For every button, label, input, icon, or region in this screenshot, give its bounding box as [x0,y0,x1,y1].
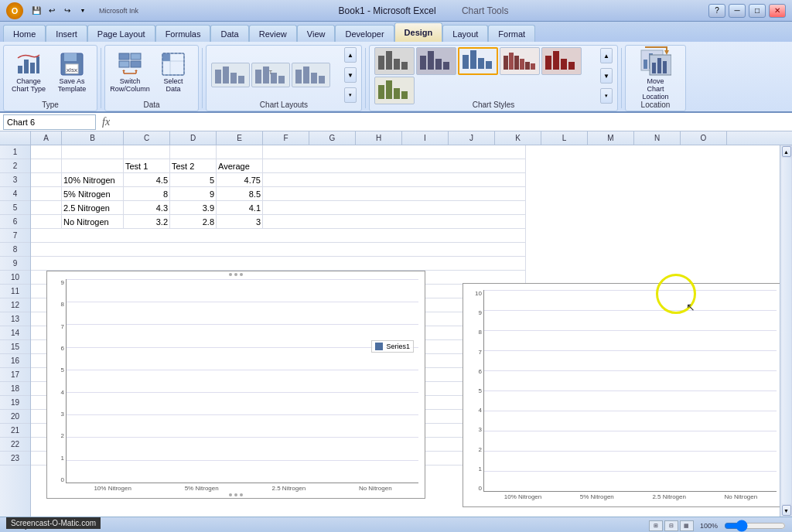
col-G[interactable]: G [309,131,356,145]
col-K[interactable]: K [495,131,541,145]
name-box[interactable] [3,114,96,130]
vertical-scrollbar[interactable]: ▲ ▼ [780,145,792,517]
scroll-track[interactable] [782,158,791,504]
cell-rest3[interactable] [263,173,526,187]
row-20[interactable]: 20 [0,410,30,424]
cell-D1[interactable] [170,145,217,159]
row-19[interactable]: 19 [0,396,30,410]
tab-formulas[interactable]: Formulas [155,25,211,42]
cell-B6[interactable]: No Nitrogen [62,215,124,229]
cell-E6[interactable]: 3 [217,215,263,229]
row-8[interactable]: 8 [0,243,30,257]
cell-B1[interactable] [62,145,124,159]
col-C[interactable]: C [124,131,170,145]
cell-E5[interactable]: 4.1 [217,201,263,215]
formula-input[interactable] [116,114,789,130]
move-chart-button[interactable]: MoveChartLocation [630,47,681,100]
cell-B2[interactable] [62,159,124,173]
chart-style-6[interactable] [374,77,415,104]
row-2[interactable]: 2 [0,159,30,173]
cell-B3[interactable]: 10% Nitrogen [62,173,124,187]
row-9[interactable]: 9 [0,257,30,271]
col-I[interactable]: I [402,131,449,145]
cell-E3[interactable]: 4.75 [217,173,263,187]
chart-style-2[interactable] [416,47,456,75]
undo-qa-btn[interactable]: ↩ [45,4,59,18]
cell-A1[interactable] [31,145,62,159]
cell-row8[interactable] [31,243,526,257]
tab-layout[interactable]: Layout [442,25,488,42]
col-F[interactable]: F [263,131,309,145]
cell-D4[interactable]: 9 [170,187,217,201]
cell-row7[interactable] [31,229,526,243]
row-5[interactable]: 5 [0,201,30,215]
col-L[interactable]: L [541,131,588,145]
chart-style-1[interactable] [374,47,415,75]
cell-rest4[interactable] [263,187,526,201]
maximize-btn[interactable]: □ [749,4,766,18]
tab-format[interactable]: Format [488,25,535,42]
chart-layout-3[interactable] [292,63,330,87]
row-7[interactable]: 7 [0,229,30,243]
chart-style-4[interactable] [500,47,540,75]
chart2[interactable]: 10 9 8 7 6 5 4 3 2 1 0 [463,283,780,507]
col-B[interactable]: B [62,131,124,145]
cell-B5[interactable]: 2.5 Nitrogen [62,201,124,215]
cell-C2[interactable]: Test 1 [124,159,170,173]
cell-row9[interactable] [31,257,526,271]
select-all-corner[interactable] [0,131,31,145]
col-N[interactable]: N [634,131,681,145]
help-btn[interactable]: ? [708,4,725,18]
tab-review[interactable]: Review [249,25,297,42]
cell-B4[interactable]: 5% Nitrogen [62,187,124,201]
page-break-view-btn[interactable]: ▦ [680,520,694,531]
row-10[interactable]: 10 [0,271,30,285]
row-23[interactable]: 23 [0,452,30,466]
tab-insert[interactable]: Insert [46,25,87,42]
qa-dropdown[interactable]: ▼ [76,4,90,18]
cell-E4[interactable]: 8.5 [217,187,263,201]
col-J[interactable]: J [449,131,495,145]
minimize-btn[interactable]: ─ [729,4,746,18]
row-6[interactable]: 6 [0,215,30,229]
save-as-template-button[interactable]: xlsx Save AsTemplate [52,48,92,97]
layout-arrow-more[interactable]: ▾ [344,87,357,103]
tab-developer[interactable]: Developer [335,25,394,42]
row-18[interactable]: 18 [0,382,30,396]
redo-qa-btn[interactable]: ↪ [60,4,74,18]
switch-row-col-button[interactable]: SwitchRow/Column [110,48,150,97]
cell-D5[interactable]: 3.9 [170,201,217,215]
col-H[interactable]: H [356,131,402,145]
tab-design[interactable]: Design [394,22,443,42]
layout-arrow-down[interactable]: ▼ [344,67,357,83]
chart1[interactable]: 9 8 7 6 5 4 3 2 1 0 [46,271,425,499]
cell-rest6[interactable] [263,215,526,229]
scroll-down-arrow[interactable]: ▼ [782,505,791,516]
chart-layout-2[interactable]: T [251,63,290,87]
tab-view[interactable]: View [297,25,336,42]
col-A[interactable]: A [31,131,62,145]
cell-C5[interactable]: 4.3 [124,201,170,215]
cell-rest2[interactable] [263,159,526,173]
row-16[interactable]: 16 [0,354,30,368]
row-21[interactable]: 21 [0,424,30,438]
cell-D3[interactable]: 5 [170,173,217,187]
chart-style-3[interactable] [458,47,498,75]
save-qa-btn[interactable]: 💾 [29,4,43,18]
col-E[interactable]: E [217,131,263,145]
cell-C4[interactable]: 8 [124,187,170,201]
row-1[interactable]: 1 [0,145,30,159]
office-button[interactable]: O [6,2,23,19]
row-13[interactable]: 13 [0,312,30,326]
row-12[interactable]: 12 [0,298,30,312]
close-btn[interactable]: ✕ [769,4,786,18]
chart-layout-1[interactable] [211,63,250,87]
row-4[interactable]: 4 [0,187,30,201]
row-17[interactable]: 17 [0,368,30,382]
cell-A3[interactable] [31,173,62,187]
cell-rest5[interactable] [263,201,526,215]
col-O[interactable]: O [681,131,727,145]
styles-arrow-more[interactable]: ▾ [600,88,613,104]
cell-D6[interactable]: 2.8 [170,215,217,229]
row-15[interactable]: 15 [0,340,30,354]
